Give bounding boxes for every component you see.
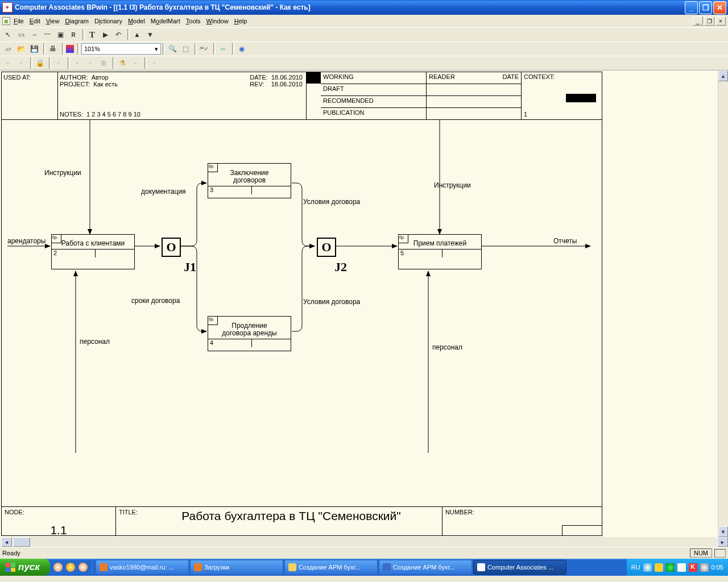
menu-file[interactable]: File — [14, 18, 24, 24]
app-icon: ✦ — [2, 2, 13, 13]
ref-tool-icon[interactable]: R — [68, 29, 79, 40]
scroll-right-icon[interactable]: ► — [717, 537, 728, 547]
menu-modelmart[interactable]: ModelMart — [151, 18, 180, 24]
mdi-restore-button[interactable]: ❐ — [704, 16, 714, 26]
model-explorer-icon[interactable]: ◉ — [236, 43, 247, 55]
diagram-title: Работа бухгалтера в ТЦ "Семеновский" — [140, 507, 442, 535]
tray-icon-1[interactable] — [643, 563, 652, 572]
task-label: Computer Associates ... — [487, 564, 553, 571]
menu-diagram[interactable]: Diagram — [65, 18, 89, 24]
minimize-button[interactable]: _ — [685, 1, 698, 14]
play-icon[interactable]: ▶ — [100, 29, 111, 40]
explorer-icon[interactable] — [66, 45, 74, 53]
mm-icon-4: ▫ — [72, 57, 83, 69]
horizontal-scrollbar[interactable]: ◄ ► — [0, 537, 728, 547]
taskbar-task[interactable]: Загрузки — [190, 560, 283, 575]
zoom-rect-icon[interactable]: ⬚ — [180, 43, 191, 55]
task-label: Загрузки — [204, 564, 229, 571]
taskbar-task[interactable]: Создание АРМ бухг... — [379, 560, 472, 575]
activity-box-4-name: Продлениедоговора аренды — [208, 317, 291, 339]
tray-icon-2[interactable] — [655, 563, 663, 572]
menu-tools[interactable]: Tools — [186, 18, 201, 24]
mdi-close-button[interactable]: × — [715, 16, 726, 26]
grid-icon: ⊞ — [98, 57, 109, 69]
text-tool-icon[interactable]: T — [86, 29, 98, 40]
mdi-app-icon[interactable]: ▣ — [2, 17, 10, 25]
scroll-left-icon[interactable]: ◄ — [1, 537, 12, 547]
task-label: vasko1980@mail.ru: ... — [110, 564, 174, 571]
scroll-down-icon[interactable]: ▼ — [718, 526, 728, 537]
ql-icon-2[interactable] — [66, 563, 75, 572]
arrow-tool-icon[interactable]: → — [28, 29, 40, 40]
menu-model[interactable]: Model — [128, 18, 145, 24]
menu-view[interactable]: View — [46, 18, 60, 24]
taskbar-task[interactable]: vasko1980@mail.ru: ... — [96, 560, 189, 575]
close-button[interactable]: ✕ — [713, 1, 726, 14]
activity-box-2[interactable]: 0р. Работа с клиентами 2 — [51, 234, 135, 269]
undo-icon[interactable]: ↶ — [113, 29, 124, 40]
mm-icon-8: ▫ — [148, 57, 160, 69]
arrow-label-otchety: Отчеты — [553, 237, 577, 245]
status-num-indicator: NUM — [690, 548, 712, 558]
tray-lang[interactable]: RU — [631, 564, 640, 571]
junction-j2-label: J2 — [334, 260, 347, 275]
activity-box-5-name: Прием платежей — [399, 235, 481, 249]
tray-icon-6[interactable] — [700, 563, 709, 572]
mdi-minimize-button[interactable]: _ — [693, 16, 703, 26]
task-label: Создание АРМ бухг... — [393, 564, 454, 571]
start-button[interactable]: пуск — [0, 559, 50, 576]
spellcheck-icon[interactable]: ᴬᴮ✓ — [198, 43, 210, 55]
tray-clock[interactable]: 0:05 — [712, 564, 723, 571]
junction-j2[interactable]: O — [317, 238, 336, 257]
activity-box-3-name: Заключениедоговоров — [208, 164, 291, 186]
triangle-up-icon[interactable]: ▲ — [131, 29, 143, 40]
scroll-up-icon[interactable]: ▲ — [718, 70, 728, 81]
tray-icon-3[interactable] — [666, 563, 675, 572]
pointer-tool-icon[interactable]: ↖ — [2, 29, 14, 40]
task-icon — [477, 563, 485, 571]
scroll-thumb[interactable] — [13, 537, 30, 547]
menu-dictionary[interactable]: Dictionary — [94, 18, 122, 24]
arrow-label-usloviya-2: Условия договора — [303, 298, 360, 306]
zoom-in-icon[interactable]: 🔍 — [167, 43, 178, 55]
new-icon[interactable]: ▱ — [2, 43, 14, 55]
mm-icon-1: ▫ — [2, 57, 14, 69]
maximize-button[interactable]: ❐ — [699, 1, 712, 14]
activity-box-3[interactable]: 0р. Заключениедоговоров 3 — [208, 163, 291, 198]
tray-icon-5[interactable]: K — [689, 563, 697, 572]
save-icon[interactable]: 💾 — [28, 43, 40, 55]
ql-icon-1[interactable] — [53, 563, 63, 572]
junction-j1[interactable]: O — [162, 238, 181, 257]
window-title: Computer Associates BPwin - [(1.1 I3) Ра… — [15, 3, 311, 11]
ql-icon-3[interactable] — [78, 563, 88, 572]
mm-icon-6[interactable]: ⚗ — [117, 57, 128, 69]
taskbar-task[interactable]: Создание АРМ бухг... — [284, 560, 378, 575]
status-text: Ready — [2, 550, 20, 556]
menu-bar: ▣ File Edit View Diagram Dictionary Mode… — [0, 15, 728, 27]
taskbar-tasks: vasko1980@mail.ru: ...ЗагрузкиСоздание А… — [96, 560, 627, 575]
diagram-canvas[interactable]: USED AT: AUTHOR: Автор PROJECT: Как есть… — [0, 70, 718, 537]
open-icon[interactable]: 📂 — [15, 43, 27, 55]
activity-tool-icon[interactable]: ▭ — [15, 29, 27, 40]
task-icon — [288, 563, 296, 571]
task-label: Создание АРМ бухг... — [299, 564, 360, 571]
vertical-scrollbar[interactable]: ▲ ▼ — [718, 70, 728, 537]
activity-box-5[interactable]: 0р. Прием платежей 5 — [398, 234, 482, 269]
number-box — [562, 525, 602, 536]
menu-edit[interactable]: Edit — [30, 18, 40, 24]
squiggle-tool-icon[interactable]: 〰 — [42, 29, 53, 40]
toolbar-tools: ↖ ▭ → 〰 ▣ R T ▶ ↶ ▲ ▼ — [0, 27, 728, 41]
print-icon[interactable]: 🖶 — [47, 43, 59, 55]
diagram-footer: NODE: 1.1 TITLE: Работа бухгалтера в ТЦ … — [2, 506, 602, 535]
tray-icon-4[interactable] — [677, 563, 686, 572]
activity-box-4[interactable]: 0р. Продлениедоговора аренды 4 — [208, 316, 291, 351]
external-ref-icon[interactable]: ▣ — [55, 29, 66, 40]
lock-icon: 🔒 — [34, 57, 46, 69]
menu-window[interactable]: Window — [206, 18, 229, 24]
mm-icon-3: ▫ — [53, 57, 64, 69]
menu-help[interactable]: Help — [234, 18, 247, 24]
triangle-down-icon[interactable]: ▼ — [144, 29, 156, 40]
goto-parent-icon[interactable]: ▫▫ — [217, 43, 229, 55]
taskbar-task[interactable]: Computer Associates ... — [473, 560, 566, 575]
zoom-selector[interactable]: 101%▾ — [81, 43, 161, 55]
